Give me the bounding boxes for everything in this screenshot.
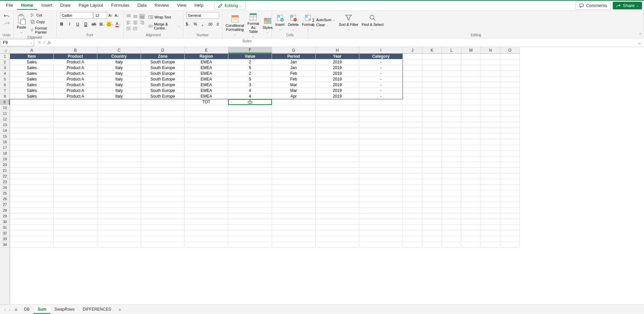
cell-H8[interactable]: 2019: [316, 94, 359, 99]
cell-J14[interactable]: [403, 128, 422, 134]
cell-K28[interactable]: [422, 208, 442, 213]
cell-A25[interactable]: [10, 191, 54, 196]
cell-L12[interactable]: [442, 116, 461, 122]
cell-L26[interactable]: [442, 196, 461, 202]
cell-H22[interactable]: [316, 173, 359, 179]
cell-F20[interactable]: [228, 162, 272, 168]
cell-H31[interactable]: [316, 225, 359, 230]
copy-button[interactable]: Copy: [30, 19, 54, 25]
cell-C33[interactable]: [97, 236, 141, 242]
row-header-24[interactable]: 24: [0, 185, 10, 191]
cell-N18[interactable]: [481, 151, 500, 156]
menu-draw[interactable]: Draw: [56, 1, 75, 10]
cell-K2[interactable]: [422, 59, 442, 65]
cell-L20[interactable]: [442, 162, 461, 168]
cell-E12[interactable]: [185, 116, 228, 122]
format-painter-button[interactable]: Format Painter: [30, 25, 54, 35]
cell-M12[interactable]: [461, 116, 481, 122]
cell-F8[interactable]: 4: [228, 94, 272, 99]
cell-M9[interactable]: [461, 99, 481, 105]
cell-M26[interactable]: [461, 196, 481, 202]
cell-H23[interactable]: [316, 179, 359, 185]
cell-G22[interactable]: [272, 173, 316, 179]
cell-G11[interactable]: [272, 111, 316, 116]
cell-A17[interactable]: [10, 145, 54, 151]
cell-O23[interactable]: [500, 179, 520, 185]
cell-C8[interactable]: Italy: [97, 94, 141, 99]
cell-K16[interactable]: [422, 139, 442, 145]
cell-B33[interactable]: [54, 236, 97, 242]
cell-D22[interactable]: [141, 173, 185, 179]
cell-B17[interactable]: [54, 145, 97, 151]
cell-M2[interactable]: [461, 59, 481, 65]
row-header-34[interactable]: 34: [0, 242, 10, 248]
cell-K23[interactable]: [422, 179, 442, 185]
align-bottom-button[interactable]: [139, 14, 145, 19]
cell-C4[interactable]: Italy: [97, 71, 141, 76]
cell-M18[interactable]: [461, 151, 481, 156]
align-left-button[interactable]: [126, 20, 132, 25]
cell-L16[interactable]: [442, 139, 461, 145]
cell-B13[interactable]: [54, 122, 97, 128]
cell-D31[interactable]: [141, 225, 185, 230]
cell-D15[interactable]: [141, 134, 185, 139]
cancel-formula-icon[interactable]: ✕: [38, 40, 41, 45]
cell-H1[interactable]: Year: [316, 54, 359, 59]
column-header-F[interactable]: F: [228, 47, 272, 53]
cell-H33[interactable]: [316, 236, 359, 242]
cell-N22[interactable]: [481, 173, 500, 179]
cell-K10[interactable]: [422, 105, 442, 111]
cell-H10[interactable]: [316, 105, 359, 111]
cell-F33[interactable]: [228, 236, 272, 242]
cell-H6[interactable]: 2019: [316, 82, 359, 88]
cell-H29[interactable]: [316, 213, 359, 219]
cell-I1[interactable]: Category: [359, 54, 403, 59]
cell-I31[interactable]: [359, 225, 403, 230]
add-sheet-button[interactable]: +: [116, 307, 124, 312]
cell-G6[interactable]: Mar: [272, 82, 316, 88]
cell-I17[interactable]: [359, 145, 403, 151]
cell-O21[interactable]: [500, 168, 520, 173]
cell-F34[interactable]: [228, 242, 272, 248]
cell-D7[interactable]: South Europe: [141, 88, 185, 94]
row-header-19[interactable]: 19: [0, 156, 10, 162]
cell-O6[interactable]: [500, 82, 520, 88]
cell-M3[interactable]: [461, 65, 481, 71]
align-right-button[interactable]: [139, 20, 145, 25]
cell-O3[interactable]: [500, 65, 520, 71]
cell-I27[interactable]: [359, 202, 403, 208]
column-header-O[interactable]: O: [500, 47, 520, 53]
cell-E26[interactable]: [185, 196, 228, 202]
cell-L13[interactable]: [442, 122, 461, 128]
cell-D10[interactable]: [141, 105, 185, 111]
cell-K5[interactable]: [422, 76, 442, 82]
cell-K14[interactable]: [422, 128, 442, 134]
cell-M13[interactable]: [461, 122, 481, 128]
cell-A31[interactable]: [10, 225, 54, 230]
cell-G34[interactable]: [272, 242, 316, 248]
cell-H30[interactable]: [316, 219, 359, 225]
font-name-select[interactable]: [60, 12, 93, 19]
cell-D4[interactable]: South Europe: [141, 71, 185, 76]
cell-L28[interactable]: [442, 208, 461, 213]
cell-M22[interactable]: [461, 173, 481, 179]
column-header-D[interactable]: D: [141, 47, 185, 53]
cell-M21[interactable]: [461, 168, 481, 173]
cell-F32[interactable]: [228, 230, 272, 236]
cell-J12[interactable]: [403, 116, 422, 122]
cell-D18[interactable]: [141, 151, 185, 156]
row-header-31[interactable]: 31: [0, 225, 10, 230]
decrease-decimal-button[interactable]: .0: [214, 21, 221, 28]
cell-O7[interactable]: [500, 88, 520, 94]
cell-H17[interactable]: [316, 145, 359, 151]
cell-A29[interactable]: [10, 213, 54, 219]
cell-I23[interactable]: [359, 179, 403, 185]
cell-M27[interactable]: [461, 202, 481, 208]
cell-D30[interactable]: [141, 219, 185, 225]
cell-E34[interactable]: [185, 242, 228, 248]
cell-O30[interactable]: [500, 219, 520, 225]
cell-G5[interactable]: Feb: [272, 76, 316, 82]
cell-M32[interactable]: [461, 230, 481, 236]
cell-I10[interactable]: [359, 105, 403, 111]
cell-B14[interactable]: [54, 128, 97, 134]
